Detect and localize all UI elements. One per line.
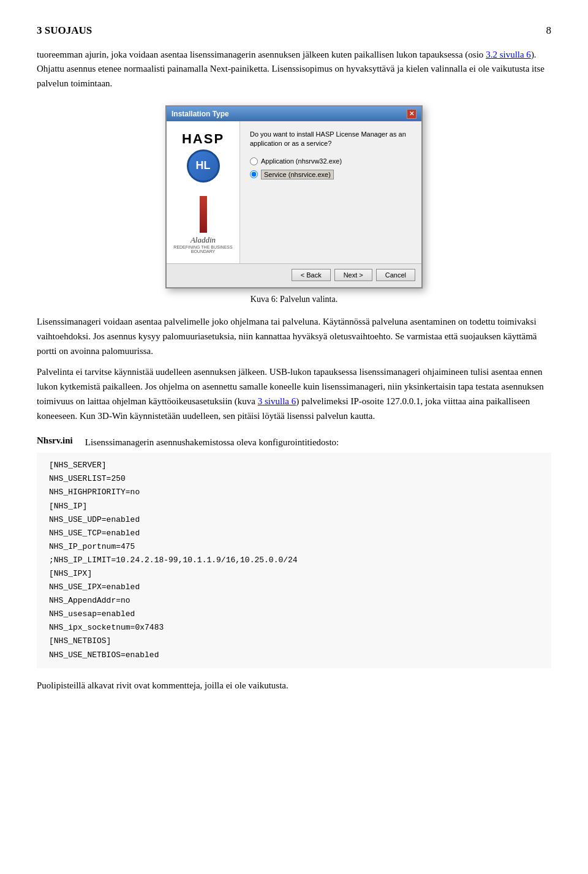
aladdin-subtext: REDEFINING THE BUSINESS BOUNDARY xyxy=(172,245,235,254)
installation-type-dialog: Installation Type ✕ HASP HL Aladdin REDE… xyxy=(165,105,423,288)
next-button[interactable]: Next > xyxy=(334,269,372,281)
aladdin-text: Aladdin xyxy=(190,235,216,245)
page-header: 3 SUOJAUS 8 xyxy=(37,24,551,37)
page-number: 8 xyxy=(546,24,552,37)
cancel-button[interactable]: Cancel xyxy=(376,269,415,281)
body-paragraph-1: Lisenssimanageri voidaan asentaa palveli… xyxy=(37,314,551,358)
nhsrv-section: Nhsrv.ini Lisenssimanagerin asennushakem… xyxy=(37,435,551,668)
hasp-logo: HASP HL xyxy=(182,131,224,185)
hasp-text: HASP xyxy=(182,131,224,147)
body-paragraph-2: Palvelinta ei tarvitse käynnistää uudell… xyxy=(37,364,551,423)
dialog-titlebar: Installation Type ✕ xyxy=(167,107,421,121)
link-section-3-2[interactable]: 3.2 sivulla 6 xyxy=(486,50,531,59)
option-application-radio[interactable] xyxy=(250,157,258,165)
dialog-close-button[interactable]: ✕ xyxy=(407,109,417,119)
dialog-logo-area: HASP HL Aladdin REDEFINING THE BUSINESS … xyxy=(167,121,240,263)
dialog-buttons-bar: < Back Next > Cancel xyxy=(167,263,421,287)
option-service-label: Service (nhsrvice.exe) xyxy=(261,170,334,179)
hasp-hl-circle: HL xyxy=(187,149,220,183)
section-title: 3 SUOJAUS xyxy=(37,24,92,37)
footer-paragraph: Puolipisteillä alkavat rivit ovat kommen… xyxy=(37,678,551,693)
nhsrv-keyword: Nhsrv.ini xyxy=(37,435,73,446)
option-service[interactable]: Service (nhsrvice.exe) xyxy=(250,170,412,179)
nhsrv-label-row: Nhsrv.ini Lisenssimanagerin asennushakem… xyxy=(37,435,551,450)
dialog-title: Installation Type xyxy=(172,110,229,118)
link-figure-3[interactable]: 3 sivulla 6 xyxy=(258,396,296,406)
intro-paragraph: tuoreemman ajurin, joka voidaan asentaa … xyxy=(37,48,551,91)
nhsrv-code-block: [NHS_SERVER] NHS_USERLIST=250 NHS_HIGHPR… xyxy=(37,453,551,668)
nhsrv-description: Lisenssimanagerin asennushakemistossa ol… xyxy=(85,435,339,450)
dialog-body: HASP HL Aladdin REDEFINING THE BUSINESS … xyxy=(167,121,421,263)
back-button[interactable]: < Back xyxy=(292,269,331,281)
option-application-label: Application (nhsrvw32.exe) xyxy=(261,157,342,165)
dialog-question: Do you want to install HASP License Mana… xyxy=(250,130,412,149)
option-service-radio[interactable] xyxy=(250,170,258,178)
aladdin-bar-decoration xyxy=(200,196,207,233)
caption-text: Kuva 6: Palvelun valinta. xyxy=(251,295,337,304)
dialog-content-area: Do you want to install HASP License Mana… xyxy=(240,121,421,263)
figure-caption: Kuva 6: Palvelun valinta. xyxy=(37,295,551,304)
dialog-screenshot-container: Installation Type ✕ HASP HL Aladdin REDE… xyxy=(37,105,551,288)
option-application[interactable]: Application (nhsrvw32.exe) xyxy=(250,157,412,165)
